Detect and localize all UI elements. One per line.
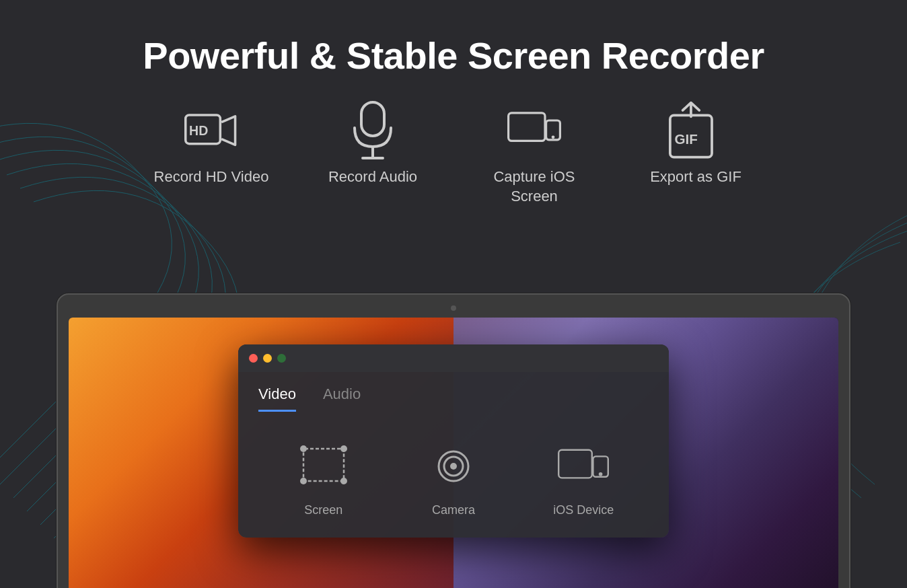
- features-row: HD Record HD Video Record Audio Capt: [0, 104, 907, 206]
- feature-capture-ios: Capture iOS Screen: [474, 104, 595, 206]
- svg-rect-11: [303, 449, 344, 481]
- laptop-screen: Video Audio: [69, 318, 838, 588]
- option-camera[interactable]: Camera: [400, 439, 507, 517]
- laptop-camera: [451, 305, 456, 311]
- screen-select-icon: [297, 439, 351, 492]
- page-title: Powerful & Stable Screen Recorder: [0, 0, 907, 77]
- ios-device-icon: [556, 439, 610, 492]
- app-content: Screen Camera: [238, 412, 669, 538]
- feature-record-audio: Record Audio: [312, 104, 433, 187]
- traffic-light-green[interactable]: [277, 354, 286, 363]
- traffic-light-red[interactable]: [249, 354, 258, 363]
- option-ios-device[interactable]: iOS Device: [530, 439, 637, 517]
- ios-screen-icon: [507, 104, 561, 158]
- svg-point-15: [340, 478, 347, 484]
- tab-video[interactable]: Video: [258, 385, 296, 412]
- app-tabs: Video Audio: [238, 372, 669, 412]
- feature-hd-video: HD Record HD Video: [151, 104, 272, 187]
- traffic-light-yellow[interactable]: [263, 354, 272, 363]
- feature-record-audio-label: Record Audio: [328, 168, 417, 187]
- feature-export-gif: GIF Export as GIF: [635, 104, 756, 187]
- hd-video-icon: HD: [184, 104, 238, 158]
- tab-audio[interactable]: Audio: [323, 385, 361, 412]
- mac-laptop: Video Audio: [57, 293, 850, 588]
- svg-rect-5: [509, 113, 545, 141]
- option-camera-label: Camera: [432, 503, 475, 517]
- svg-point-18: [450, 463, 457, 470]
- svg-point-21: [599, 472, 603, 476]
- svg-point-14: [300, 478, 307, 484]
- feature-export-gif-label: Export as GIF: [650, 168, 741, 187]
- svg-text:HD: HD: [189, 123, 208, 138]
- feature-capture-ios-label: Capture iOS Screen: [474, 168, 595, 206]
- laptop-body: Video Audio: [57, 293, 850, 588]
- svg-point-7: [552, 135, 555, 139]
- microphone-icon: [346, 104, 400, 158]
- svg-point-12: [300, 445, 307, 452]
- camera-icon: [427, 439, 480, 492]
- app-window: Video Audio: [238, 344, 669, 538]
- svg-point-13: [340, 445, 347, 452]
- laptop-camera-bar: [69, 305, 838, 311]
- titlebar: [238, 344, 669, 372]
- option-screen-label: Screen: [304, 503, 342, 517]
- option-ios-device-label: iOS Device: [553, 503, 614, 517]
- svg-rect-2: [361, 102, 384, 136]
- gif-icon: GIF: [669, 104, 723, 158]
- svg-rect-19: [559, 450, 593, 478]
- svg-text:GIF: GIF: [674, 131, 697, 147]
- option-screen[interactable]: Screen: [270, 439, 377, 517]
- feature-hd-video-label: Record HD Video: [154, 168, 269, 187]
